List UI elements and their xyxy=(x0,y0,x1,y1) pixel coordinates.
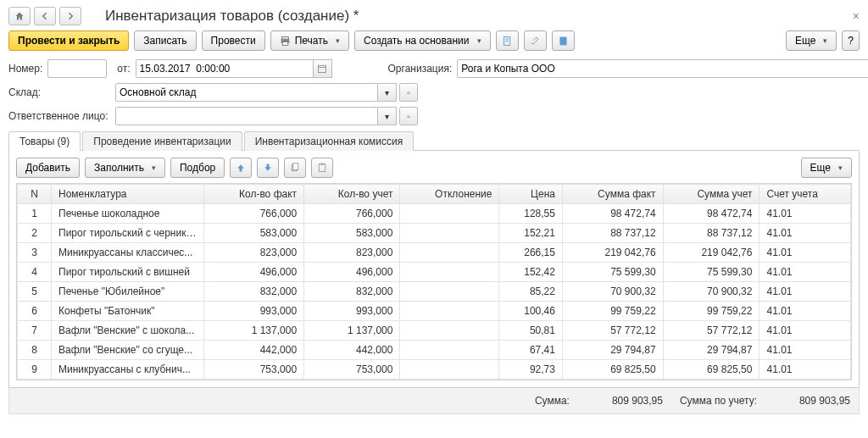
cell-qty-fact[interactable]: 753,000 xyxy=(204,360,304,380)
save-button[interactable]: Записать xyxy=(134,30,196,51)
table-row[interactable]: 3Миникруассаны классичес...823,000823,00… xyxy=(18,243,851,263)
cell-nomenclature[interactable]: Печенье "Юбилейное" xyxy=(52,282,204,302)
cell-account[interactable]: 41.01 xyxy=(760,282,851,302)
cell-n[interactable]: 5 xyxy=(18,282,52,302)
col-deviation[interactable]: Отклонение xyxy=(400,185,499,204)
attach-file-button[interactable] xyxy=(496,30,519,51)
cell-sum-fact[interactable]: 57 772,12 xyxy=(562,321,663,341)
cell-deviation[interactable] xyxy=(400,263,499,282)
cell-qty-fact[interactable]: 442,000 xyxy=(204,341,304,360)
move-up-button[interactable] xyxy=(230,158,252,178)
cell-nomenclature[interactable]: Вафли "Венские" со сгуще... xyxy=(52,341,204,360)
cell-qty-acc[interactable]: 583,000 xyxy=(304,224,400,243)
cell-sum-fact[interactable]: 70 900,32 xyxy=(562,282,663,302)
cell-n[interactable]: 4 xyxy=(18,263,52,282)
col-n[interactable]: N xyxy=(18,185,52,204)
cell-account[interactable]: 41.01 xyxy=(760,204,851,224)
cell-qty-acc[interactable]: 753,000 xyxy=(304,360,400,380)
cell-sum-acc[interactable]: 98 472,74 xyxy=(663,204,760,224)
responsible-input[interactable] xyxy=(115,107,378,125)
cell-sum-fact[interactable]: 69 825,50 xyxy=(562,360,663,380)
cell-qty-acc[interactable]: 832,000 xyxy=(304,282,400,302)
cell-sum-acc[interactable]: 219 042,76 xyxy=(663,243,760,263)
cell-sum-acc[interactable]: 57 772,12 xyxy=(663,321,760,341)
home-button[interactable] xyxy=(8,7,31,25)
cell-deviation[interactable] xyxy=(400,204,499,224)
cell-account[interactable]: 41.01 xyxy=(760,341,851,360)
forward-button[interactable] xyxy=(59,7,81,25)
cell-account[interactable]: 41.01 xyxy=(760,321,851,341)
more-button[interactable]: Еще xyxy=(786,30,837,51)
cell-deviation[interactable] xyxy=(400,360,499,380)
cell-deviation[interactable] xyxy=(400,321,499,341)
cell-n[interactable]: 3 xyxy=(18,243,52,263)
cell-account[interactable]: 41.01 xyxy=(760,360,851,380)
cell-qty-fact[interactable]: 496,000 xyxy=(204,263,304,282)
cell-sum-fact[interactable]: 75 599,30 xyxy=(562,263,663,282)
post-and-close-button[interactable]: Провести и закрыть xyxy=(8,30,129,51)
print-button[interactable]: Печать xyxy=(270,30,349,51)
select-button[interactable]: Подбор xyxy=(170,158,225,178)
back-button[interactable] xyxy=(34,7,56,25)
cell-n[interactable]: 7 xyxy=(18,321,52,341)
cell-n[interactable]: 6 xyxy=(18,302,52,321)
table-row[interactable]: 4Пирог тирольский с вишней496,000496,000… xyxy=(18,263,851,282)
cell-nomenclature[interactable]: Вафли "Венские" с шокола... xyxy=(52,321,204,341)
col-sum-acc[interactable]: Сумма учет xyxy=(663,185,760,204)
col-qty-acc[interactable]: Кол-во учет xyxy=(304,185,400,204)
cell-qty-fact[interactable]: 766,000 xyxy=(204,204,304,224)
cell-sum-fact[interactable]: 88 737,12 xyxy=(562,224,663,243)
col-price[interactable]: Цена xyxy=(499,185,563,204)
cell-sum-acc[interactable]: 75 599,30 xyxy=(663,263,760,282)
cell-price[interactable]: 100,46 xyxy=(499,302,563,321)
table-row[interactable]: 8Вафли "Венские" со сгуще...442,000442,0… xyxy=(18,341,851,360)
cell-n[interactable]: 2 xyxy=(18,224,52,243)
cell-price[interactable]: 152,42 xyxy=(499,263,563,282)
cell-sum-fact[interactable]: 219 042,76 xyxy=(562,243,663,263)
cell-deviation[interactable] xyxy=(400,302,499,321)
cell-sum-acc[interactable]: 99 759,22 xyxy=(663,302,760,321)
col-account[interactable]: Счет учета xyxy=(760,185,851,204)
cell-nomenclature[interactable]: Конфеты "Батончик" xyxy=(52,302,204,321)
help-button[interactable]: ? xyxy=(842,30,860,51)
close-icon[interactable]: × xyxy=(853,9,860,23)
cell-account[interactable]: 41.01 xyxy=(760,243,851,263)
cell-nomenclature[interactable]: Миникруассаны с клубнич... xyxy=(52,360,204,380)
cell-n[interactable]: 1 xyxy=(18,204,52,224)
cell-nomenclature[interactable]: Печенье шоколадное xyxy=(52,204,204,224)
date-input[interactable] xyxy=(136,59,314,78)
cell-sum-acc[interactable]: 70 900,32 xyxy=(663,282,760,302)
attachment-button[interactable] xyxy=(524,30,547,51)
number-input[interactable] xyxy=(47,59,107,78)
cell-sum-fact[interactable]: 29 794,87 xyxy=(562,341,663,360)
cell-deviation[interactable] xyxy=(400,282,499,302)
cell-qty-acc[interactable]: 442,000 xyxy=(304,341,400,360)
tab-goods[interactable]: Товары (9) xyxy=(8,131,81,151)
col-nomenclature[interactable]: Номенклатура xyxy=(52,185,204,204)
cell-price[interactable]: 67,41 xyxy=(499,341,563,360)
cell-qty-fact[interactable]: 583,000 xyxy=(204,224,304,243)
cell-qty-fact[interactable]: 823,000 xyxy=(204,243,304,263)
cell-account[interactable]: 41.01 xyxy=(760,224,851,243)
table-row[interactable]: 1Печенье шоколадное766,000766,000128,559… xyxy=(18,204,851,224)
cell-price[interactable]: 50,81 xyxy=(499,321,563,341)
cell-price[interactable]: 92,73 xyxy=(499,360,563,380)
table-row[interactable]: 9Миникруассаны с клубнич...753,000753,00… xyxy=(18,360,851,380)
cell-deviation[interactable] xyxy=(400,224,499,243)
cell-sum-acc[interactable]: 88 737,12 xyxy=(663,224,760,243)
cell-price[interactable]: 85,22 xyxy=(499,282,563,302)
table-row[interactable]: 7Вафли "Венские" с шокола...1 137,0001 1… xyxy=(18,321,851,341)
org-input[interactable] xyxy=(457,59,868,78)
create-based-on-button[interactable]: Создать на основании xyxy=(354,30,491,51)
cell-n[interactable]: 9 xyxy=(18,360,52,380)
warehouse-input[interactable] xyxy=(115,83,378,102)
cell-account[interactable]: 41.01 xyxy=(760,302,851,321)
move-down-button[interactable] xyxy=(257,158,279,178)
paste-button[interactable] xyxy=(311,158,333,178)
responsible-open-button[interactable]: ▫ xyxy=(399,107,418,125)
cell-sum-fact[interactable]: 99 759,22 xyxy=(562,302,663,321)
table-row[interactable]: 2Пирог тирольский с черникой583,000583,0… xyxy=(18,224,851,243)
cell-nomenclature[interactable]: Пирог тирольский с вишней xyxy=(52,263,204,282)
cell-account[interactable]: 41.01 xyxy=(760,263,851,282)
tab-commission[interactable]: Инвентаризационная комиссия xyxy=(244,131,415,151)
